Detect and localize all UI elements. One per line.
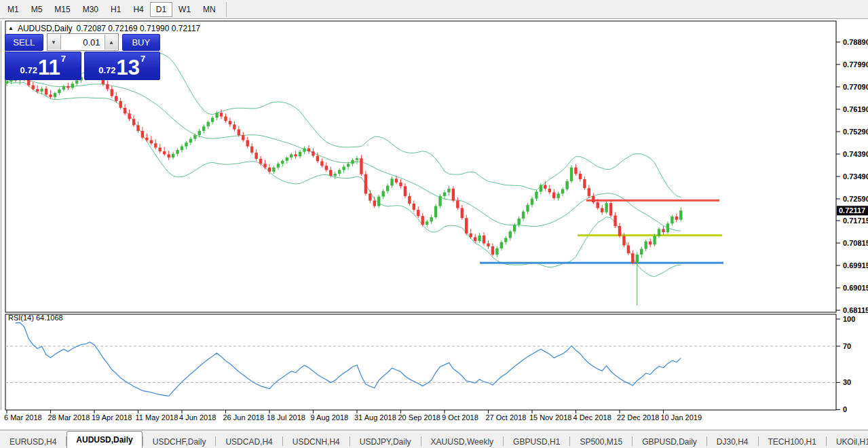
chart-window: 0.788900.779900.770900.761900.752900.743…	[0, 20, 868, 430]
sell-button[interactable]: SELL	[5, 34, 43, 51]
chart-ohlc-values: 0.72087 0.72169 0.71990 0.72117	[77, 24, 201, 33]
chart-symbol-label: AUDUSD,Daily	[18, 24, 73, 33]
chart-tabbar: EURUSD,H4AUDUSD,DailyUSDCHF,DailyUSDCAD,…	[0, 430, 868, 448]
buy-price-point: 7	[140, 54, 145, 64]
date-axis: 6 Mar 201828 Mar 201819 Apr 201811 May 2…	[4, 410, 702, 422]
chart-canvas[interactable]: 0.788900.779900.770900.761900.752900.743…	[0, 20, 868, 430]
price-tick-label: 0.71715	[843, 217, 868, 225]
date-tick-label: 26 Jun 2018	[223, 413, 265, 422]
date-tick-label: 9 Aug 2018	[311, 413, 349, 422]
toolbar-separator	[226, 2, 227, 17]
rsi-axis: 10070300	[836, 315, 855, 413]
buy-quote-box[interactable]: 0.72 13 7	[84, 52, 161, 80]
timeframe-h4[interactable]: H4	[127, 2, 149, 17]
tab-dj30-h4[interactable]: DJ30,H4	[707, 434, 758, 448]
chart-title: ▲ AUDUSD,Daily 0.72087 0.72169 0.71990 0…	[8, 24, 200, 33]
chevron-up-icon: ▲	[109, 39, 114, 45]
price-tick-label: 0.77090	[843, 83, 868, 91]
lot-size-input[interactable]	[61, 34, 105, 50]
date-tick-label: 18 Jul 2018	[267, 413, 305, 422]
tab-audusd-daily[interactable]: AUDUSD,Daily	[67, 431, 142, 448]
chart-marker-icon: ▲	[8, 26, 14, 31]
date-tick-label: 4 Jun 2018	[179, 413, 216, 422]
one-click-trading-panel: SELL ▼ ▲ BUY 0.72 11 7 0.72 13 7	[5, 34, 160, 80]
current-price-label: 0.72117	[839, 206, 865, 214]
buy-price-prefix: 0.72	[98, 65, 115, 75]
sell-quote-box[interactable]: 0.72 11 7	[5, 52, 81, 80]
lot-increase-button[interactable]: ▲	[105, 35, 118, 50]
tab-usdcnh-h4[interactable]: USDCNH,H4	[283, 434, 350, 448]
tab-usdcad-h4[interactable]: USDCAD,H4	[216, 434, 282, 448]
date-tick-label: 27 Oct 2018	[486, 413, 527, 422]
price-tick-label: 0.74390	[843, 150, 868, 158]
timeframe-h1[interactable]: H1	[105, 2, 127, 17]
price-tick-label: 0.78890	[843, 38, 868, 46]
tab-xauusd-weekly[interactable]: XAUUSD,Weekly	[421, 434, 503, 448]
rsi-tick-label: 30	[843, 378, 851, 386]
tab-gbpusd-daily[interactable]: GBPUSD,Daily	[633, 434, 706, 448]
price-axis: 0.788900.779900.770900.761900.752900.743…	[836, 38, 868, 314]
price-tick-label: 0.69915	[843, 261, 868, 269]
timeframe-mn[interactable]: MN	[197, 2, 222, 17]
tab-usdjpy-daily[interactable]: USDJPY,Daily	[350, 434, 421, 448]
price-tick-label: 0.75290	[843, 128, 868, 136]
tab-sp500-m15[interactable]: SP500,M15	[570, 434, 632, 448]
date-tick-label: 11 May 2018	[136, 413, 178, 422]
price-tick-label: 0.76190	[843, 105, 868, 113]
sell-price-pips: 11	[38, 58, 60, 78]
date-tick-label: 4 Dec 2018	[573, 413, 611, 422]
timeframe-m15[interactable]: M15	[48, 2, 76, 17]
price-tick-label: 0.72590	[843, 195, 868, 203]
price-tick-label: 0.77990	[843, 60, 868, 69]
timeframe-m30[interactable]: M30	[77, 2, 105, 17]
date-tick-label: 9 Oct 2018	[442, 413, 478, 422]
sell-price-point: 7	[61, 54, 66, 64]
tab-gbpusd-h1[interactable]: GBPUSD,H1	[504, 434, 569, 448]
tab-tech100-h1[interactable]: TECH100,H1	[759, 434, 826, 448]
timeframe-w1[interactable]: W1	[172, 2, 197, 17]
date-tick-label: 10 Jan 2019	[661, 413, 702, 422]
date-tick-label: 6 Mar 2018	[4, 413, 42, 422]
date-tick-label: 15 Nov 2018	[529, 413, 571, 422]
date-tick-label: 28 Mar 2018	[48, 413, 90, 422]
chevron-down-icon: ▼	[51, 39, 56, 45]
price-tick-label: 0.73490	[843, 172, 868, 181]
rsi-tick-label: 0	[843, 405, 847, 413]
timeframe-m1[interactable]: M1	[1, 2, 25, 17]
rsi-indicator-label: RSI(14) 64.1068	[8, 314, 63, 322]
tab-eurusd-h4[interactable]: EURUSD,H4	[0, 434, 66, 448]
buy-price-pips: 13	[117, 58, 140, 78]
date-tick-label: 31 Aug 2018	[354, 413, 396, 422]
timeframe-toolbar: M1M5M15M30H1H4D1W1MN	[0, 0, 868, 19]
price-tick-label: 0.69015	[843, 284, 868, 292]
date-tick-label: 22 Dec 2018	[617, 413, 659, 422]
buy-button[interactable]: BUY	[122, 34, 161, 51]
price-tick-label: 0.70815	[843, 239, 868, 247]
date-tick-label: 19 Apr 2018	[92, 413, 132, 422]
date-tick-label: 20 Sep 2018	[398, 413, 440, 422]
lot-decrease-button[interactable]: ▼	[48, 35, 61, 50]
rsi-tick-label: 100	[843, 315, 855, 323]
tab-usdchf-daily[interactable]: USDCHF,Daily	[143, 434, 216, 448]
mt4-window: M1M5M15M30H1H4D1W1MN 0.788900.779900.770…	[0, 0, 868, 448]
timeframe-m5[interactable]: M5	[25, 2, 49, 17]
rsi-tick-label: 70	[843, 342, 851, 350]
price-tick-label: 0.68115	[843, 306, 868, 314]
tab-ukoil-h1[interactable]: UKOil,H1	[827, 434, 868, 448]
timeframe-d1[interactable]: D1	[150, 2, 172, 17]
sell-price-prefix: 0.72	[20, 65, 37, 75]
lot-size-stepper: ▼ ▲	[47, 33, 119, 51]
